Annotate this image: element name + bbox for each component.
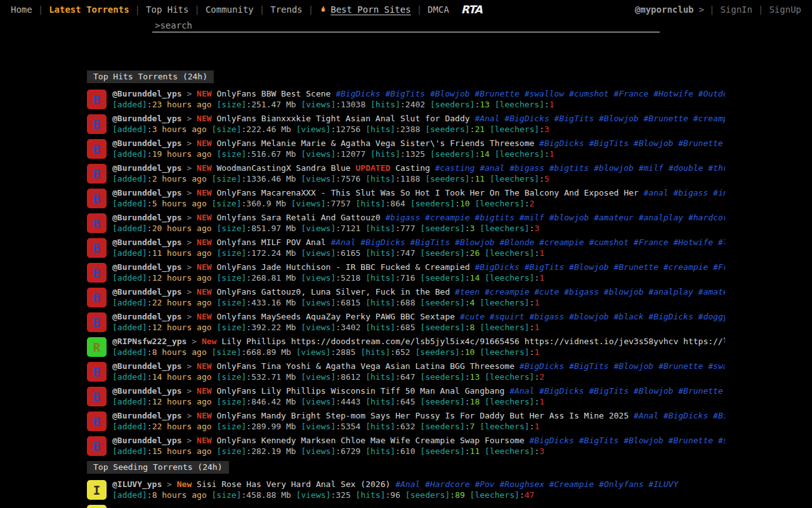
uploader-avatar[interactable]: B — [87, 362, 107, 382]
uploader-avatar[interactable]: R — [87, 337, 107, 357]
uploader-name[interactable]: @Burunddel_yps — [112, 436, 182, 445]
torrent-tags[interactable]: #BigDicks #BigTits #Blowjob #Brunette #c… — [475, 262, 725, 272]
uploader-name[interactable]: @Burunddel_yps — [112, 138, 182, 148]
torrent-title[interactable]: OnlyFans Lily Phillips Wisconsin Tiff 50… — [216, 386, 504, 396]
nav-item-top-hits[interactable]: Top Hits — [140, 4, 194, 15]
torrent-title[interactable]: OnlyFans Bianxxxkie Tight Asian Anal Slu… — [216, 114, 469, 123]
uploader-name[interactable]: @Burunddel_yps — [112, 386, 182, 396]
torrent-title[interactable]: OnlyFans Tina Yoshi & Agatha Vega Asian … — [216, 361, 514, 371]
uploader-name[interactable]: @RIPNsfw222_yps — [112, 337, 187, 346]
nav-item-home[interactable]: Home — [5, 4, 38, 15]
torrent-tags[interactable]: #Anal #BigDicks #BigTits #Blowjob #Blond… — [331, 237, 725, 247]
uploader-avatar[interactable]: B — [87, 189, 107, 208]
meta-colon: : — [544, 100, 549, 109]
meta-label-size: [size] — [216, 372, 246, 382]
uploader-avatar[interactable]: B — [87, 411, 107, 431]
account-menu[interactable]: @mypornclub — [630, 4, 699, 15]
uploader-name[interactable]: @Burunddel_yps — [112, 312, 182, 321]
torrent-tags[interactable]: #BigDicks #BigTits #Blowjob #Brunette #s… — [529, 436, 725, 445]
meta-label-seeders: [seeders] — [420, 397, 464, 406]
torrent-title[interactable]: OnlyFans BBW Best Scene — [216, 89, 331, 98]
torrent-title[interactable]: OnlyFans Mandy Bright Step-mom Says Her … — [216, 411, 629, 420]
torrent-title[interactable]: Onlyfans Sara Retali And Gattouz0 — [216, 213, 380, 222]
meta-label-seeders: [seeders] — [420, 422, 464, 431]
meta-colon: : — [395, 323, 400, 332]
uploader-name[interactable]: @Burunddel_yps — [112, 163, 182, 173]
uploader-avatar[interactable]: B — [87, 288, 107, 307]
uploader-name[interactable]: @Burunddel_yps — [112, 188, 182, 197]
torrent-title[interactable]: OnlyFans MacarenaXXX - This Slut Was So … — [216, 188, 638, 197]
uploader-avatar[interactable]: B — [87, 114, 107, 134]
search-input[interactable] — [152, 19, 660, 32]
meta-value-size: 532.71 Mb — [251, 372, 296, 382]
meta-label-added: [added] — [112, 323, 147, 332]
meta-value-leechers: 1 — [549, 100, 554, 109]
torrent-title-line: @Burunddel_yps > NEW WoodmanCastingX San… — [112, 163, 725, 173]
meta-label-views: [views] — [296, 490, 331, 500]
torrent-row: B@Burunddel_yps > NEW OnlyFans Melanie M… — [87, 137, 725, 161]
torrent-tags[interactable]: #anal #bigass #interrac… — [643, 188, 725, 197]
chevron-right-icon: > — [187, 114, 192, 123]
nav-item-community[interactable]: Community — [200, 4, 259, 15]
torrent-title[interactable]: Lily Phillips https://doodstream.com/e/l… — [221, 337, 725, 346]
meta-label-size: [size] — [216, 446, 246, 456]
nav-item-dmca[interactable]: DMCA — [422, 4, 455, 15]
torrent-tags[interactable]: #Anal #BigDicks #BigTits #Blowjob #Brune… — [475, 114, 725, 123]
uploader-name[interactable]: @Burunddel_yps — [112, 213, 182, 222]
signin-button[interactable]: SignIn — [714, 4, 758, 15]
uploader-name[interactable]: @Burunddel_yps — [112, 114, 182, 123]
torrent-title[interactable]: OnlyFans Jade Hutchison - IR BBC Fucked … — [216, 262, 469, 272]
uploader-avatar[interactable]: B — [87, 238, 107, 258]
torrent-title[interactable]: Sisi Rose Has Very Hard Anal Sex (2026) — [197, 479, 390, 489]
meta-label-leechers: [leechers] — [495, 100, 544, 109]
uploader-avatar[interactable]: B — [87, 139, 107, 159]
torrent-tags[interactable]: #Anal #BigDicks #BigTits #Blowjob #Brune… — [509, 386, 725, 396]
uploader-avatar[interactable]: B — [87, 90, 107, 109]
meta-value-hits: 1188 — [400, 174, 420, 184]
nav-item-best-porn-sites[interactable]: Best Porn Sites — [313, 4, 416, 15]
uploader-avatar[interactable]: B — [87, 436, 107, 456]
torrent-tags[interactable]: #Anal #BigDicks #BigTits … — [634, 411, 725, 420]
uploader-avatar[interactable]: B — [87, 213, 107, 233]
torrent-title[interactable]: OnlyFans Gattouz0, Luna Silver, Fuck in … — [216, 287, 450, 297]
torrent-tags[interactable]: #BigDicks #BigTits #Blowjob #Brunette #s… — [336, 89, 725, 98]
torrent-title[interactable]: Casting — [395, 163, 430, 173]
uploader-avatar[interactable]: B — [87, 164, 107, 184]
nav-item-trends[interactable]: Trends — [265, 4, 308, 15]
torrent-title[interactable]: OnlyFans Melanie Marie & Agatha Vega Sis… — [216, 138, 534, 148]
torrent-title[interactable]: OnlyFans Kennedy Marksen Chloe Mae Wife … — [216, 436, 524, 445]
uploader-name[interactable]: @Burunddel_yps — [112, 287, 182, 297]
torrent-lines: @RIPNsfw222_yps > New Lily Phillips http… — [112, 337, 725, 358]
meta-colon: : — [465, 273, 470, 283]
uploader-name[interactable]: @Burunddel_yps — [112, 89, 182, 98]
torrent-tags[interactable]: #bigass #creampie #bigtits #milf #blowjo… — [385, 213, 725, 222]
torrent-title[interactable]: Onlyfans MILF POV Anal — [216, 237, 325, 247]
signup-button[interactable]: SignUp — [763, 4, 807, 15]
new-badge: New — [177, 479, 192, 489]
uploader-avatar[interactable]: I — [87, 505, 107, 508]
torrent-title[interactable]: WoodmanCastingX Sandra Blue — [216, 163, 350, 173]
fire-icon — [319, 4, 331, 15]
uploader-name[interactable]: @ILUVY_yps — [112, 479, 162, 489]
nav-item-latest-torrents[interactable]: Latest Torrents — [43, 4, 134, 15]
torrent-tags[interactable]: #teen #creampie #cute #bigass #blowjob #… — [455, 287, 725, 297]
torrent-tags[interactable]: #BigDicks #BigTits #Blowjob #Brunette #s… — [539, 138, 725, 148]
meta-label-leechers: [leechers] — [470, 490, 520, 500]
meta-value-leechers: 5 — [544, 174, 549, 184]
torrent-tags[interactable]: #casting #anal #bigass #bigtits #blowjob… — [435, 163, 725, 173]
uploader-name[interactable]: @Burunddel_yps — [112, 262, 182, 272]
torrent-tags[interactable]: #BigDicks #BigTits #Blowjob #Brunette #s… — [520, 361, 725, 371]
torrent-title[interactable]: Onlyfans MaySeeds AquaZay Perky PAWG BBC… — [216, 312, 455, 321]
torrent-tags[interactable]: #cute #squirt #bigass #blowjob #black #B… — [460, 312, 725, 321]
meta-value-leechers: 1 — [534, 422, 539, 431]
uploader-avatar[interactable]: I — [87, 480, 107, 500]
uploader-name[interactable]: @Burunddel_yps — [112, 361, 182, 371]
uploader-name[interactable]: @Burunddel_yps — [112, 411, 182, 420]
uploader-avatar[interactable]: B — [87, 312, 107, 332]
uploader-avatar[interactable]: B — [87, 387, 107, 406]
meta-label-views: [views] — [301, 149, 336, 159]
uploader-avatar[interactable]: B — [87, 263, 107, 283]
uploader-name[interactable]: @Burunddel_yps — [112, 237, 182, 247]
torrent-tags[interactable]: #Anal #Hardcore #Pov #Roughsex #Creampie… — [395, 479, 678, 489]
rta-logo[interactable]: RTA — [455, 3, 488, 16]
